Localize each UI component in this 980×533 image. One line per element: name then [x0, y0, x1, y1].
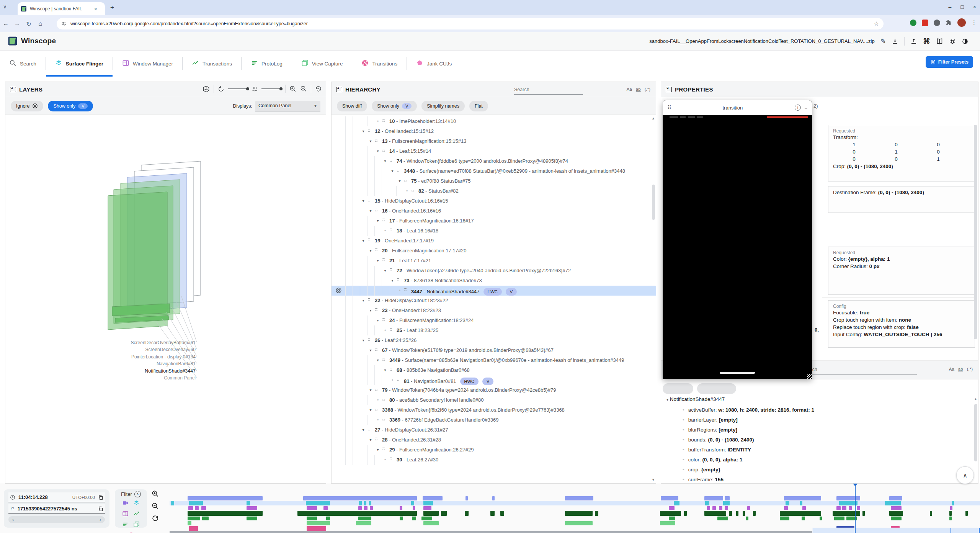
download-icon[interactable]	[892, 38, 898, 45]
edit-filename-icon[interactable]: ✎	[880, 37, 886, 45]
reset-view-icon[interactable]	[315, 85, 322, 92]
property-item[interactable]: activeBuffer: w: 1080, h: 2400, stride: …	[683, 407, 814, 413]
timeline-zoom-reset-icon[interactable]	[152, 515, 159, 522]
track-view-capture[interactable]	[170, 521, 980, 525]
hierarchy-row[interactable]: • 25 - Leaf:18:23#25	[332, 325, 656, 335]
track-surface-flinger[interactable]	[170, 501, 980, 505]
documentation-icon[interactable]	[936, 38, 943, 45]
dark-mode-icon[interactable]	[962, 38, 969, 45]
window-maximize-icon[interactable]: □	[960, 4, 964, 10]
transition-overlay[interactable]: ⠿ transition i –	[663, 100, 812, 379]
match-case-icon[interactable]: Aa	[949, 367, 954, 371]
scroll-left-icon[interactable]: ‹	[12, 517, 14, 522]
tab-search-icon[interactable]: ∨	[3, 4, 7, 10]
hierarchy-row[interactable]: ▾ 73 - 8736138 NotificationShade#73	[332, 276, 656, 286]
spacing-icon[interactable]	[252, 86, 258, 92]
hierarchy-row[interactable]: ▾ 26 - Leaf:24:25#26	[332, 335, 656, 345]
url-bar[interactable]: winscope.teams.x20web.corp.google.com/pr…	[57, 18, 884, 29]
hierarchy-row[interactable]: ▾ 72 - WindowToken{a2746de type=2040 and…	[332, 266, 656, 276]
properties-chip[interactable]	[663, 383, 693, 394]
property-item[interactable]: color: (0, 0, 0), alpha: 1	[683, 457, 743, 463]
ignore-chip[interactable]: Ignore	[11, 101, 43, 111]
window-filter-icon[interactable]	[122, 510, 129, 518]
capture-filter-icon[interactable]	[133, 521, 140, 529]
report-bug-icon[interactable]	[949, 38, 956, 45]
extensions-puzzle-icon[interactable]	[946, 20, 952, 26]
zoom-in-icon[interactable]	[289, 85, 296, 92]
hierarchy-row[interactable]: ▾ 75 - ed70f88 StatusBar#75	[332, 176, 656, 186]
hierarchy-row[interactable]: ▾ 20 - FullscreenMagnification:17:17#20	[332, 246, 656, 256]
properties-scrollbar[interactable]	[974, 125, 977, 339]
tab-transactions[interactable]: Transactions	[183, 51, 241, 77]
layer-label[interactable]: ScreenDecorOverlay#60	[145, 347, 196, 352]
nanosecond-row[interactable]: ⚐ 1715339054227572545 ns	[8, 504, 105, 514]
track-protolog[interactable]	[170, 517, 980, 520]
rotation-icon[interactable]	[218, 86, 224, 92]
hierarchy-row[interactable]: • 3369 - 67726bf EdgeBackGestureHandler0…	[332, 415, 656, 425]
tab-jank-cujs[interactable]: Jank CUJs	[407, 51, 461, 77]
back-icon[interactable]: ←	[0, 20, 11, 27]
hierarchy-row[interactable]: • 3447 - NotificationShade#3447HWCV	[332, 286, 656, 296]
hierarchy-row[interactable]: ▾ 3368 - WindowToken{f6b2f60 type=2024 a…	[332, 405, 656, 415]
zoom-out-icon[interactable]	[300, 85, 307, 92]
regex-icon[interactable]: (.*)	[967, 367, 973, 371]
window-close-icon[interactable]: ×	[973, 4, 976, 10]
copy-icon[interactable]	[98, 506, 103, 512]
timeline-zoom-in-icon[interactable]	[152, 490, 159, 497]
camera-filter-icon[interactable]	[122, 500, 129, 508]
timeline-hscroll[interactable]: ‹ ›	[8, 516, 105, 523]
home-icon[interactable]: ⌂	[34, 20, 46, 27]
scroll-right-icon[interactable]: ›	[100, 517, 101, 522]
bookmark-icon[interactable]: ☆	[874, 20, 879, 27]
track-window-manager[interactable]	[170, 506, 980, 510]
tab-view-capture[interactable]: View Capture	[292, 51, 352, 77]
scroll-to-top-button[interactable]: ∧	[956, 466, 974, 484]
match-case-icon[interactable]: Aa	[627, 87, 632, 92]
copy-icon[interactable]	[98, 495, 103, 500]
properties-tree-root[interactable]: ▾ NotificationShade#3447	[666, 396, 725, 402]
properties-chip[interactable]	[697, 383, 736, 394]
hierarchy-row[interactable]: ▾ 12 - OneHanded:15:15#12	[332, 126, 656, 136]
hierarchy-row[interactable]: • 18 - Leaf:16:16#18	[332, 226, 656, 236]
layer-label[interactable]: NavigationBar0#81	[157, 361, 196, 366]
match-word-icon[interactable]: ab	[636, 87, 641, 92]
tab-transitions[interactable]: Transitions	[352, 51, 407, 77]
flat-chip[interactable]: Flat	[469, 101, 488, 111]
hierarchy-row[interactable]: ▾ 14 - Leaf:15:15#14	[332, 146, 656, 156]
tab-search[interactable]: Search	[0, 51, 46, 77]
hierarchy-row[interactable]: ▾ 21 - Leaf:17:17#21	[332, 256, 656, 266]
scroll-up-icon[interactable]: ▲	[652, 116, 655, 120]
drag-handle-icon[interactable]: ⠿	[667, 104, 671, 111]
resize-handle[interactable]	[807, 374, 812, 379]
layer-label[interactable]: PointerLocation - display 0#134	[131, 354, 196, 360]
scroll-up-icon[interactable]: ▲	[974, 397, 977, 401]
upload-icon[interactable]	[910, 38, 917, 45]
scroll-down-icon[interactable]: ▼	[652, 478, 655, 482]
layer-label[interactable]: ScreenDecorOverlayBottom#61	[131, 340, 196, 345]
collapse-filter-icon[interactable]: ∧	[134, 491, 141, 497]
property-item[interactable]: bufferTransform: IDENTITY	[683, 447, 751, 453]
tab-protolog[interactable]: ProtoLog	[242, 51, 292, 77]
hierarchy-row[interactable]: • 30 - Leaf:26:27#30	[332, 455, 656, 465]
hierarchy-row[interactable]: ▾ 79 - WindowToken{7046b4a type=2024 and…	[332, 385, 656, 395]
list-filter-icon[interactable]	[122, 521, 129, 529]
property-item[interactable]: barrierLayer: [empty]	[683, 417, 738, 423]
hierarchy-row[interactable]: ▾ 3448 - Surface(name=ed70f88 StatusBar)…	[332, 166, 656, 176]
filter-presets-button[interactable]: Filter Presets	[926, 56, 973, 68]
hierarchy-row[interactable]: • 10 - ImePlaceholder:13:14#10	[332, 116, 656, 126]
layer-label[interactable]: NotificationShade#3447	[145, 368, 196, 374]
hierarchy-row[interactable]: ▾ 28 - OneHanded:26:31#28	[332, 435, 656, 445]
hierarchy-row[interactable]: • 82 - StatusBar#82	[332, 186, 656, 196]
property-item[interactable]: blurRegions: [empty]	[683, 427, 737, 433]
properties-tree-scrollbar[interactable]	[974, 404, 977, 461]
browser-menu-icon[interactable]: ⋮	[971, 19, 977, 26]
collapse-panel-icon[interactable]	[336, 87, 342, 92]
hierarchy-row[interactable]: ▾ 15 - HideDisplayCutout:16:16#15	[332, 196, 656, 206]
site-settings-icon[interactable]	[61, 21, 67, 26]
show-diff-chip[interactable]: Show diff	[337, 101, 367, 111]
display-select[interactable]: Common Panel ▼	[255, 101, 320, 111]
show-only-v-chip[interactable]: Show only V	[48, 101, 93, 111]
show-only-chip[interactable]: Show only V	[372, 101, 417, 111]
hierarchy-scrollbar[interactable]	[652, 185, 655, 220]
tab-close-icon[interactable]: ×	[94, 6, 97, 12]
